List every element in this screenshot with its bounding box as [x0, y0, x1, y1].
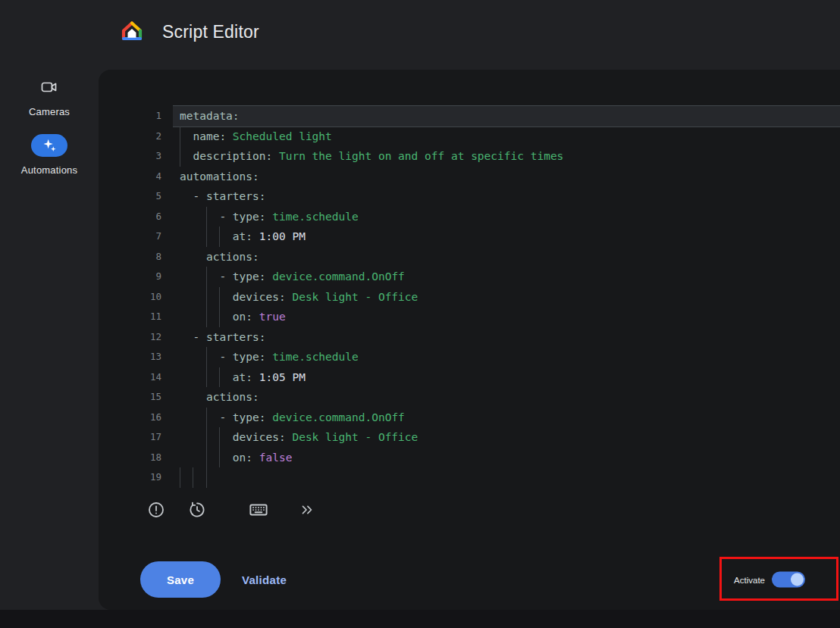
google-home-logo-icon — [120, 20, 144, 44]
indent-guide — [219, 448, 220, 468]
activate-control: Activate — [734, 572, 805, 588]
code-line[interactable]: 12 - starters: — [140, 327, 840, 348]
indent-guide — [206, 367, 207, 388]
code-line[interactable]: 2 name: Scheduled light — [140, 127, 840, 147]
indent-guide — [206, 347, 207, 367]
sparkle-icon — [42, 138, 57, 153]
indent-guide — [206, 267, 207, 287]
line-number: 10 — [140, 287, 161, 308]
toggle-knob — [791, 573, 804, 586]
sidebar-item-cameras[interactable]: Cameras — [29, 76, 70, 117]
code-line[interactable]: 8 actions: — [140, 247, 840, 267]
line-number: 2 — [140, 127, 161, 147]
line-number: 9 — [140, 267, 161, 287]
problems-button[interactable] — [146, 500, 166, 520]
history-icon — [188, 501, 206, 519]
indent-guide — [206, 427, 207, 448]
line-number: 6 — [140, 207, 161, 227]
indent-guide — [206, 207, 207, 227]
code-line[interactable]: 6 - type: time.schedule — [140, 207, 840, 227]
keyboard-icon — [249, 500, 268, 520]
code-line[interactable]: 10 devices: Desk light - Office — [140, 287, 840, 308]
line-number: 1 — [140, 106, 161, 127]
indent-guide — [206, 448, 207, 468]
line-number: 16 — [140, 408, 161, 428]
code-line[interactable]: 19 — [140, 467, 840, 488]
line-number: 4 — [140, 167, 161, 187]
indent-guide — [206, 227, 207, 247]
indent-guide — [180, 467, 180, 488]
indent-guide — [180, 127, 180, 147]
script-editor-card: 1metadata:2 name: Scheduled light3 descr… — [99, 70, 840, 610]
sidebar-item-label: Cameras — [29, 106, 70, 117]
indent-guide — [206, 307, 207, 327]
keyboard-button[interactable] — [249, 500, 268, 520]
code-line[interactable]: 5 - starters: — [140, 186, 840, 207]
indent-guide — [219, 287, 220, 308]
line-number: 3 — [140, 146, 161, 167]
page-title: Script Editor — [162, 22, 259, 42]
line-number: 8 — [140, 247, 161, 267]
line-number: 13 — [140, 347, 161, 367]
save-button[interactable]: Save — [140, 561, 221, 598]
line-number: 7 — [140, 227, 161, 247]
indent-guide — [206, 408, 207, 428]
editor-actions-bar: Save Validate Activate — [140, 560, 840, 599]
code-line[interactable]: 1metadata: — [140, 106, 840, 127]
app-header: Script Editor — [0, 0, 840, 64]
indent-guide — [219, 227, 220, 247]
line-number: 11 — [140, 307, 161, 327]
code-line[interactable]: 9 - type: device.command.OnOff — [140, 267, 840, 287]
double-chevron-icon — [299, 501, 315, 518]
code-area: 1metadata:2 name: Scheduled light3 descr… — [140, 106, 840, 488]
code-line[interactable]: 14 at: 1:05 PM — [140, 367, 840, 388]
activate-toggle[interactable] — [772, 572, 805, 588]
indent-guide — [206, 467, 207, 488]
code-line[interactable]: 13 - type: time.schedule — [140, 347, 840, 367]
validate-button[interactable]: Validate — [242, 573, 287, 586]
editor-toolbar — [146, 500, 840, 520]
indent-guide — [193, 467, 193, 488]
line-number: 14 — [140, 367, 161, 388]
code-line[interactable]: 15 actions: — [140, 387, 840, 408]
code-line[interactable]: 7 at: 1:00 PM — [140, 227, 840, 247]
sidebar-item-label: Automations — [21, 164, 77, 176]
line-number: 18 — [140, 448, 161, 468]
indent-guide — [219, 307, 220, 327]
code-line[interactable]: 18 on: false — [140, 448, 840, 468]
line-number: 15 — [140, 387, 161, 408]
code-line[interactable]: 17 devices: Desk light - Office — [140, 427, 840, 448]
camera-icon — [40, 78, 58, 96]
sidebar: Cameras Automations — [0, 64, 99, 176]
exclamation-circle-icon — [147, 501, 165, 519]
indent-guide — [219, 427, 220, 448]
sidebar-item-automations[interactable]: Automations — [21, 134, 77, 176]
code-line[interactable]: 11 on: true — [140, 307, 840, 327]
indent-guide — [180, 146, 180, 167]
expand-button[interactable] — [297, 500, 317, 520]
line-number: 19 — [140, 467, 161, 488]
history-button[interactable] — [187, 500, 207, 520]
bottom-strip — [0, 610, 840, 628]
code-editor[interactable]: 1metadata:2 name: Scheduled light3 descr… — [99, 70, 840, 488]
indent-guide — [219, 367, 220, 388]
line-number: 12 — [140, 327, 161, 348]
activate-label: Activate — [734, 575, 765, 584]
code-line[interactable]: 4automations: — [140, 167, 840, 187]
line-number: 5 — [140, 186, 161, 207]
code-line[interactable]: 3 description: Turn the light on and off… — [140, 146, 840, 167]
line-number: 17 — [140, 427, 161, 448]
code-line[interactable]: 16 - type: device.command.OnOff — [140, 408, 840, 428]
indent-guide — [206, 287, 207, 308]
